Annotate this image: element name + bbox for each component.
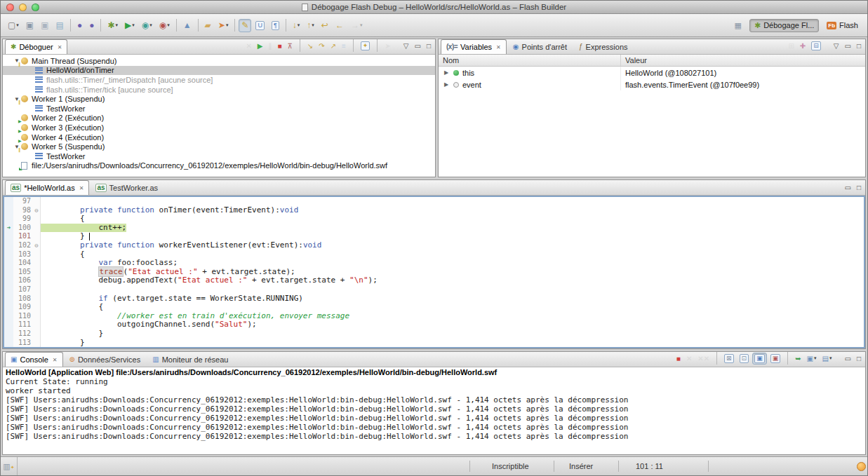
resume-button[interactable]: ▶ [255, 41, 265, 51]
terminate-button[interactable]: ■ [674, 353, 683, 364]
minimize-button[interactable]: ▭ [843, 41, 853, 51]
minimize-button[interactable]: ▭ [413, 41, 423, 51]
tree-item-testworker[interactable]: TestWorker [3, 104, 435, 114]
close-window-button[interactable] [6, 4, 14, 11]
console-output[interactable]: HelloWorld [Application Web] file:/Users… [3, 367, 865, 454]
editor-body[interactable]: 9798⊖ private function onTimer(event:Tim… [3, 196, 865, 348]
maximize-button[interactable]: □ [855, 182, 863, 193]
tree-item-helloworld-ontimer[interactable]: HelloWorld/onTimer [3, 66, 435, 76]
fold-collapse-icon[interactable]: ⊖ [33, 206, 41, 215]
clear-console-button[interactable]: ⊠ [722, 353, 736, 365]
next-annotation-button[interactable]: ↓▾ [290, 19, 303, 32]
collapse-all-button[interactable]: ⊟ [809, 40, 823, 52]
expand-arrow-icon[interactable]: ▶ [443, 69, 450, 76]
new-file-button[interactable]: ▢▾ [5, 19, 22, 32]
tab-console[interactable]: ▣Console✕ [5, 352, 63, 367]
marker-gutter[interactable] [4, 276, 13, 285]
tree-item-worker-3-ex-cution[interactable]: Worker 3 (Exécution) [3, 123, 435, 132]
tree-item-swf-target[interactable]: file:/Users/anirudhs/Downloads/Concurren… [3, 161, 435, 171]
marker-gutter[interactable] [4, 197, 13, 206]
display-console-button[interactable]: ▣▾ [805, 353, 819, 364]
perspective-d-bogage-fl-button[interactable]: ✱Débogage Fl... [749, 19, 819, 32]
open-perspective-button[interactable]: ▦ [730, 19, 747, 32]
tab-expressions[interactable]: ƒExpressions [573, 39, 633, 54]
tab-variables[interactable]: (x)=Variables✕ [441, 39, 507, 54]
minimize-button[interactable]: ▭ [843, 353, 853, 364]
variable-row-event[interactable]: ▶eventflash.events.TimerEvent (@107f0ee9… [439, 79, 865, 90]
last-edit-location-button[interactable]: ↩ [319, 19, 331, 32]
tab-donn-es-services[interactable]: ⊚Données/Services [64, 352, 147, 367]
stdout-console-button[interactable]: ▣ [752, 353, 767, 365]
tree-item-worker-2-ex-cution[interactable]: Worker 2 (Exécution) [3, 114, 435, 123]
marker-gutter[interactable] [4, 206, 13, 215]
dim-tool2-button[interactable]: ⊞ [786, 41, 796, 51]
column-header-name[interactable]: Nom [439, 55, 621, 66]
tab-points-d-arr-t[interactable]: ◉Points d'arrêt [507, 39, 573, 54]
close-tab-icon[interactable]: ✕ [496, 44, 501, 50]
marker-gutter[interactable] [4, 294, 13, 304]
remove-launch-button[interactable]: ✕ [684, 353, 694, 364]
profile-button[interactable]: ◉▾ [139, 19, 155, 32]
disconnect-button[interactable]: ⊼ [286, 41, 295, 51]
marker-gutter[interactable] [4, 268, 13, 277]
tree-item-flash-utils-timer-tick-aucune-[interactable]: flash.utils::Timer/tick [aucune source] [3, 85, 435, 95]
tree-item-worker-4-ex-cution[interactable]: Worker 4 (Exécution) [3, 132, 435, 142]
save-button[interactable]: ▣ [23, 19, 36, 32]
instruction-pointer-icon[interactable]: ➜ [4, 224, 13, 233]
marker-gutter[interactable] [4, 329, 13, 339]
show-frames-button[interactable]: ≡ [340, 41, 348, 51]
back-nav-button[interactable]: ← [333, 19, 347, 32]
close-tab-icon[interactable]: ✕ [53, 357, 58, 363]
tab-d-boguer[interactable]: ✱Déboguer✕ [5, 39, 67, 54]
marker-gutter[interactable] [4, 241, 13, 250]
maximize-button[interactable]: □ [855, 41, 863, 51]
forward-nav-button[interactable]: →▾ [348, 19, 366, 32]
tree-item-main-thread-suspendu[interactable]: ▼Main Thread (Suspendu) [3, 56, 435, 66]
run-button[interactable]: ▶▾ [122, 19, 138, 32]
tab-testworker-as[interactable]: asTestWorker.as [90, 180, 163, 195]
step-over-button[interactable]: ↷ [316, 41, 326, 51]
export-release-button[interactable]: ▲ [180, 19, 194, 32]
dim-tool-button[interactable]: ➤ [382, 41, 392, 51]
open-folder-button[interactable]: ▰ [202, 19, 214, 32]
logical-structure-button[interactable]: ✚ [798, 41, 808, 51]
remove-terminated-button[interactable]: ✕ [243, 41, 253, 51]
step-into-button[interactable]: ↘ [305, 41, 315, 51]
marker-gutter[interactable] [4, 215, 13, 224]
column-header-value[interactable]: Valeur [621, 56, 865, 64]
tab-helloworld-as[interactable]: as*HelloWorld.as✕ [5, 180, 89, 195]
code-area[interactable]: 9798⊖ private function onTimer(event:Tim… [4, 197, 864, 347]
tree-item-worker-5-suspendu[interactable]: ▼Worker 5 (Suspendu) [3, 142, 435, 151]
tab-moniteur-de-r-seau[interactable]: ▥Moniteur de réseau [147, 352, 234, 367]
purple-orb-icon-1[interactable]: ● [74, 19, 85, 32]
step-return-button[interactable]: ↗ [328, 41, 338, 51]
maximize-button[interactable]: □ [425, 41, 433, 51]
step-filters-button[interactable]: ✦ [359, 40, 373, 52]
debug-button[interactable]: ✱▾ [105, 19, 121, 32]
marker-gutter[interactable] [4, 312, 13, 321]
view-menu-button[interactable]: ▽ [401, 41, 411, 51]
stderr-console-button[interactable]: ▣ [768, 353, 783, 365]
open-console-button[interactable]: ▤▾ [820, 353, 834, 364]
tree-item-worker-1-suspendu[interactable]: ▼Worker 1 (Suspendu) [3, 94, 435, 104]
marker-gutter[interactable] [4, 232, 13, 241]
terminate-button[interactable]: ■ [275, 41, 283, 51]
mark-occurrences-button[interactable]: ✎ [239, 19, 251, 32]
marker-gutter[interactable] [4, 250, 13, 259]
scroll-lock-button[interactable]: ⊡ [737, 353, 752, 365]
minimize-button[interactable]: ▭ [843, 182, 853, 193]
notification-badge[interactable] [857, 462, 866, 471]
marker-gutter[interactable] [4, 259, 13, 268]
fast-view-button[interactable]: ▥✦ [1, 457, 18, 475]
perspective-flash-button[interactable]: FbFlash [822, 19, 863, 32]
external-tools-button[interactable]: ➤▾ [215, 19, 232, 32]
print-button[interactable]: ▤ [53, 19, 67, 32]
show-selected-element-button[interactable]: U [253, 19, 267, 32]
minimize-window-button[interactable] [19, 4, 27, 11]
variable-row-this[interactable]: ▶thisHelloWorld (@108027101) [439, 67, 865, 79]
tree-item-testworker[interactable]: TestWorker [3, 151, 435, 161]
profile-memory-button[interactable]: ◉▾ [156, 19, 173, 32]
save-all-button[interactable]: ▣ [38, 19, 51, 32]
close-tab-icon[interactable]: ✕ [79, 185, 84, 191]
view-menu-button[interactable]: ▽ [832, 41, 841, 51]
